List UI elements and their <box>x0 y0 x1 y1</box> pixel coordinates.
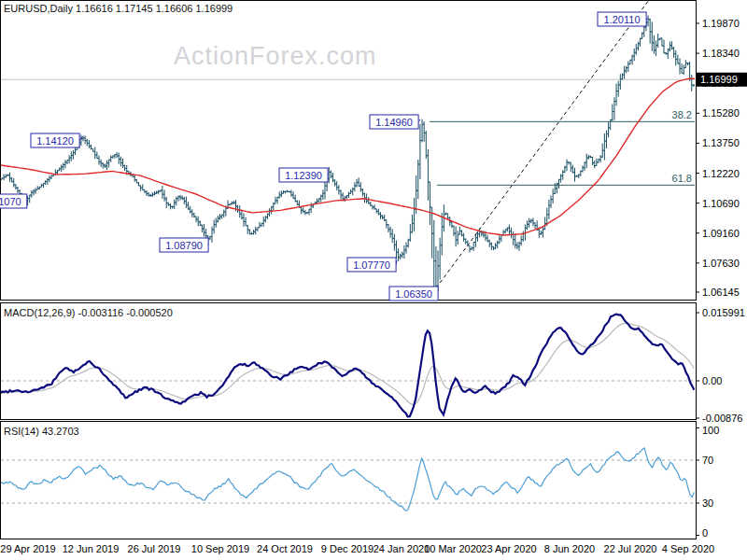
macd-panel[interactable] <box>0 302 697 420</box>
rsi-indicator-header: RSI(14) 43.2703 <box>4 426 79 437</box>
watermark: ActionForex.com <box>174 42 377 71</box>
price-axis[interactable] <box>697 0 747 539</box>
rsi-panel[interactable] <box>0 421 697 539</box>
trading-chart-window: ActionForex.com EURUSD,Daily 1.16616 1.1… <box>0 0 747 560</box>
macd-indicator-header: MACD(12,26,9) -0.003116 -0.000520 <box>4 307 173 318</box>
symbol-ohlc-header: EURUSD,Daily 1.16616 1.17145 1.16606 1.1… <box>4 3 233 14</box>
price-panel[interactable]: ActionForex.com <box>0 0 697 301</box>
time-axis[interactable] <box>0 539 747 560</box>
